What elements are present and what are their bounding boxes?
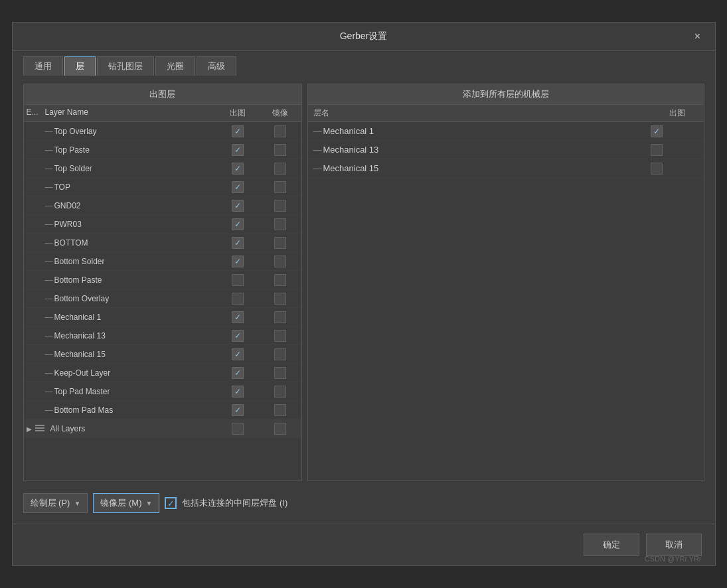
print-checkbox[interactable]: ✓ [216, 367, 259, 379]
table-row: —Mechanical 1 ✓ [24, 308, 301, 327]
mirror-checkbox[interactable] [259, 330, 301, 342]
layer-name-cell: —Top Overlay [40, 127, 216, 136]
table-row: —Mechanical 15 [308, 159, 704, 178]
plot-layers-dropdown[interactable]: 绘制层 (P) ▼ [23, 493, 88, 513]
print-checkbox[interactable] [216, 274, 259, 286]
print-checkbox[interactable]: ✓ [216, 386, 259, 398]
print-checkbox[interactable]: ✓ [216, 348, 259, 360]
all-layers-print-checkbox[interactable] [216, 423, 259, 435]
dialog-body: 出图层 E... Layer Name 出图 镜像 —Top Overlay ✓ [13, 76, 715, 524]
mirror-checkbox[interactable] [259, 311, 301, 323]
table-row: —Mechanical 13 ✓ [24, 327, 301, 345]
table-row: —BOTTOM ✓ [24, 234, 301, 252]
mirror-checkbox[interactable] [259, 256, 301, 267]
table-row: —Mechanical 13 [308, 141, 704, 159]
layer-name-cell: —Keep-Out Layer [40, 368, 216, 378]
tab-bar: 通用 层 钻孔图层 光圈 高级 [13, 51, 715, 76]
mirror-checkbox[interactable] [259, 125, 301, 137]
panels-row: 出图层 E... Layer Name 出图 镜像 —Top Overlay ✓ [23, 84, 704, 481]
mirror-checkbox[interactable] [259, 237, 301, 249]
tab-drill[interactable]: 钻孔图层 [97, 56, 154, 76]
mirror-layers-dropdown[interactable]: 镜像层 (M) ▼ [93, 493, 159, 513]
table-row: —Bottom Overlay [24, 289, 301, 308]
tab-layers[interactable]: 层 [64, 56, 96, 76]
table-row: —Keep-Out Layer ✓ [24, 364, 301, 382]
mirror-checkbox[interactable] [259, 386, 301, 398]
svg-rect-2 [35, 430, 44, 431]
right-print-checkbox[interactable] [651, 163, 704, 175]
left-panel-header: 出图层 [24, 84, 301, 105]
right-table-header: 层名 出图 [308, 105, 704, 122]
print-checkbox[interactable] [216, 293, 259, 305]
mirror-checkbox[interactable] [259, 348, 301, 360]
mirror-checkbox[interactable] [259, 200, 301, 212]
layer-name-cell: —Top Paste [40, 145, 216, 155]
ok-button[interactable]: 确定 [584, 534, 639, 556]
all-layers-row: ▶ All Layers [24, 419, 301, 438]
right-print-checkbox[interactable]: ✓ [651, 125, 704, 137]
print-checkbox[interactable]: ✓ [216, 237, 259, 249]
layer-name-cell: —Bottom Paste [40, 275, 216, 285]
all-layers-mirror-checkbox[interactable] [259, 423, 301, 435]
right-table-body: —Mechanical 1 ✓ —Mechanical 13 —Mechanic… [308, 122, 704, 480]
tab-aperture[interactable]: 光圈 [155, 56, 195, 76]
cancel-button[interactable]: 取消 [646, 534, 702, 556]
table-row: —Top Paste ✓ [24, 141, 301, 159]
table-row: —TOP ✓ [24, 178, 301, 196]
right-layer-name: —Mechanical 13 [308, 145, 651, 155]
svg-rect-0 [35, 425, 44, 426]
dialog-title: Gerber设置 [340, 31, 388, 42]
mirror-checkbox[interactable] [259, 144, 301, 156]
table-row: —GND02 ✓ [24, 196, 301, 215]
layer-name-cell: —Mechanical 13 [40, 331, 216, 340]
mirror-dropdown-arrow: ▼ [145, 500, 152, 507]
print-checkbox[interactable]: ✓ [216, 181, 259, 193]
bottom-controls: 绘制层 (P) ▼ 镜像层 (M) ▼ ✓ 包括未连接的中间层焊盘 (I) [23, 488, 704, 516]
tab-advanced[interactable]: 高级 [197, 56, 236, 76]
col-name-header: Layer Name [40, 108, 216, 119]
table-row: —Mechanical 15 ✓ [24, 345, 301, 364]
right-panel-header: 添加到所有层的机械层 [308, 84, 704, 105]
right-layer-name: —Mechanical 1 [308, 126, 651, 136]
col-mirror-header: 镜像 [259, 108, 301, 119]
print-checkbox[interactable]: ✓ [216, 163, 259, 175]
gerber-settings-dialog: Gerber设置 × 通用 层 钻孔图层 光圈 高级 出图层 E... Laye… [12, 22, 716, 566]
table-row: —Top Solder ✓ [24, 159, 301, 178]
expand-icon[interactable]: ▶ [24, 425, 35, 433]
all-layers-label: All Layers [48, 424, 216, 433]
mirror-checkbox[interactable] [259, 404, 301, 416]
mirror-checkbox[interactable] [259, 181, 301, 193]
mirror-checkbox[interactable] [259, 218, 301, 230]
print-checkbox[interactable]: ✓ [216, 125, 259, 137]
plot-dropdown-arrow: ▼ [74, 500, 80, 507]
print-checkbox[interactable]: ✓ [216, 144, 259, 156]
layer-name-cell: —TOP [40, 183, 216, 192]
layers-icon [35, 423, 45, 434]
print-checkbox[interactable]: ✓ [216, 200, 259, 212]
table-row: —Mechanical 1 ✓ [308, 122, 704, 141]
mirror-checkbox[interactable] [259, 293, 301, 305]
mirror-checkbox[interactable] [259, 367, 301, 379]
table-row: —PWR03 ✓ [24, 215, 301, 234]
left-table-body: —Top Overlay ✓ —Top Paste ✓ —Top S [24, 122, 301, 480]
print-checkbox[interactable]: ✓ [216, 256, 259, 267]
dialog-footer: 确定 取消 CSDN @YRr.YRr [13, 524, 715, 565]
layer-name-cell: —Top Solder [40, 164, 216, 173]
right-col-print-header: 出图 [651, 108, 704, 119]
col-print-header: 出图 [216, 108, 259, 119]
mirror-checkbox[interactable] [259, 163, 301, 175]
right-col-name-header: 层名 [308, 108, 651, 119]
layer-name-cell: —Bottom Solder [40, 257, 216, 266]
include-unconnected-checkbox[interactable]: ✓ [165, 497, 177, 509]
close-button[interactable]: × [690, 29, 706, 44]
table-row: —Bottom Paste [24, 271, 301, 289]
right-print-checkbox[interactable] [651, 144, 704, 156]
table-row: —Top Pad Master ✓ [24, 382, 301, 401]
print-checkbox[interactable]: ✓ [216, 311, 259, 323]
print-checkbox[interactable]: ✓ [216, 330, 259, 342]
mirror-checkbox[interactable] [259, 274, 301, 286]
print-checkbox[interactable]: ✓ [216, 404, 259, 416]
tab-general[interactable]: 通用 [23, 56, 63, 76]
layer-name-cell: —Mechanical 15 [40, 350, 216, 359]
print-checkbox[interactable]: ✓ [216, 218, 259, 230]
